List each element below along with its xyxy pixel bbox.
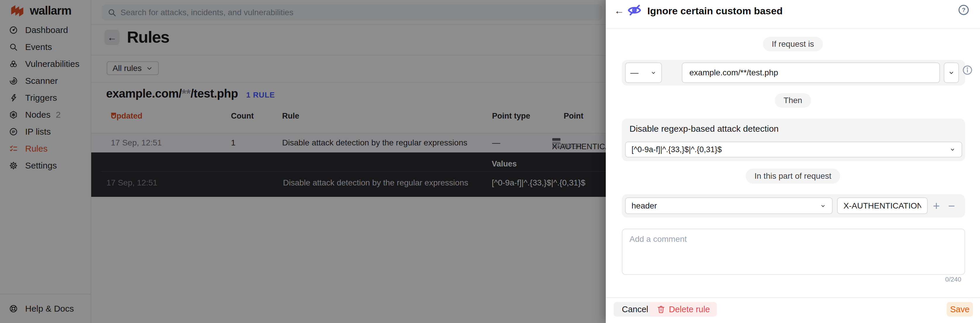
condition-group: — xyxy=(622,60,965,86)
action-label: Disable regexp-based attack detection xyxy=(630,124,779,134)
plus-icon: + xyxy=(933,200,940,212)
comment-char-counter: 0/240 xyxy=(945,276,961,283)
delete-rule-button[interactable]: Delete rule xyxy=(650,302,717,317)
divider xyxy=(606,297,980,298)
request-part-type-value: header xyxy=(632,201,657,211)
modal-dim-overlay xyxy=(0,0,606,323)
action-group: Disable regexp-based attack detection [^… xyxy=(622,119,965,161)
minus-icon: − xyxy=(948,200,955,212)
condition-point-select[interactable] xyxy=(944,62,959,83)
chevron-down-icon xyxy=(820,203,826,209)
request-part-group: header + − xyxy=(622,194,965,218)
section-pill-if-request-is: If request is xyxy=(763,37,823,51)
help-question-icon[interactable]: ? xyxy=(958,4,969,16)
rule-edit-panel: ← Ignore certain custom based ? If reque… xyxy=(606,0,980,323)
chevron-down-icon xyxy=(949,146,956,153)
chevron-down-icon xyxy=(948,69,955,76)
remove-part-button[interactable]: − xyxy=(948,194,955,218)
panel-title: Ignore certain custom based xyxy=(647,5,783,17)
chevron-down-icon xyxy=(650,70,657,76)
divider xyxy=(606,28,980,28)
condition-operator-select[interactable]: — xyxy=(625,62,662,83)
comment-textarea[interactable] xyxy=(622,229,965,275)
app-window: wallarm Dashboard Events Vulnerabilities… xyxy=(0,0,980,323)
trash-icon xyxy=(657,305,665,314)
section-pill-then: Then xyxy=(775,93,811,108)
section-pill-in-this-part: In this part of request xyxy=(746,168,840,184)
save-button[interactable]: Save xyxy=(947,302,973,317)
back-arrow-icon: ← xyxy=(614,5,624,16)
delete-rule-label: Delete rule xyxy=(669,305,710,314)
svg-text:?: ? xyxy=(962,7,966,13)
condition-operator-value: — xyxy=(630,68,638,78)
action-regex-value: [^0-9a-f]|^.{33,}$|^.{0,31}$ xyxy=(632,145,722,154)
ignore-rule-eye-off-icon xyxy=(627,2,642,17)
action-regex-select[interactable]: [^0-9a-f]|^.{33,}$|^.{0,31}$ xyxy=(625,142,962,157)
request-part-name-input[interactable] xyxy=(837,198,928,214)
panel-back-button[interactable]: ← xyxy=(613,4,626,17)
add-part-button[interactable]: + xyxy=(933,194,940,218)
info-icon[interactable] xyxy=(962,65,973,75)
request-part-type-select[interactable]: header xyxy=(625,198,833,214)
condition-uri-input[interactable] xyxy=(682,62,940,83)
